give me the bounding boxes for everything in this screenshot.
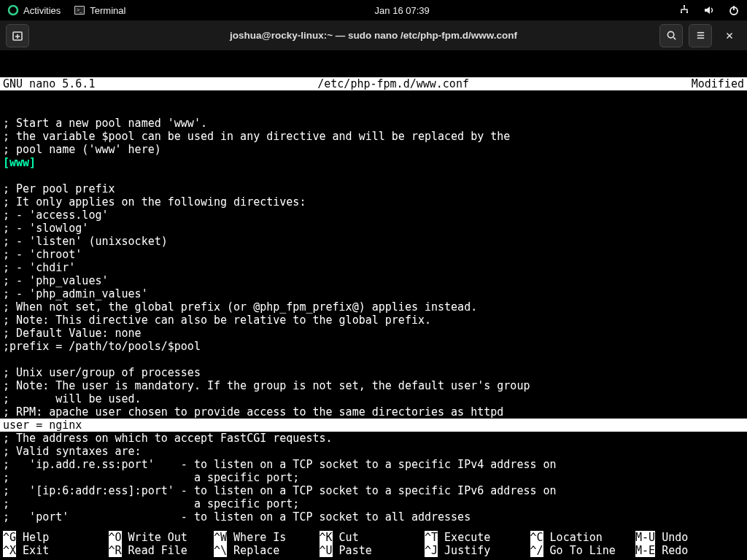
menu-button[interactable] bbox=[689, 24, 712, 47]
volume-icon[interactable] bbox=[703, 4, 715, 16]
ini-section: [www] bbox=[3, 156, 36, 169]
highlight-line: user = nginx bbox=[0, 419, 747, 432]
clock[interactable]: Jan 16 07:39 bbox=[375, 5, 430, 16]
terminal-viewport[interactable]: GNU nano 5.6.1 /etc/php-fpm.d/www.conf M… bbox=[0, 51, 747, 537]
window-titlebar: joshua@rocky-linux:~ — sudo nano /etc/ph… bbox=[0, 20, 747, 51]
config-comment: ; The address on which to accept FastCGI… bbox=[3, 432, 557, 524]
svg-point-12 bbox=[667, 31, 673, 37]
activities-label: Activities bbox=[23, 5, 61, 16]
config-comment: ; Per pool prefix ; It only applies on t… bbox=[3, 182, 530, 419]
nano-status: Modified bbox=[692, 77, 747, 90]
svg-text:>_: >_ bbox=[77, 7, 82, 13]
activities-icon bbox=[7, 4, 19, 16]
network-icon[interactable] bbox=[678, 4, 690, 16]
nano-buffer[interactable]: ; Start a new pool named 'www'. ; the va… bbox=[0, 117, 747, 524]
new-tab-button[interactable] bbox=[6, 24, 29, 47]
window-title: joshua@rocky-linux:~ — sudo nano /etc/ph… bbox=[0, 30, 747, 41]
svg-line-13 bbox=[673, 37, 676, 39]
close-button[interactable] bbox=[718, 24, 741, 47]
power-icon[interactable] bbox=[728, 4, 740, 16]
nano-shortcut-bar: ^G Help ^O Write Out ^W Where Is ^K Cut … bbox=[0, 531, 747, 560]
app-menu[interactable]: >_ Terminal bbox=[74, 4, 125, 16]
nano-filepath: /etc/php-fpm.d/www.conf bbox=[95, 77, 691, 90]
gnome-top-bar: Activities >_ Terminal Jan 16 07:39 bbox=[0, 0, 747, 20]
svg-point-0 bbox=[9, 6, 18, 15]
highlight-line: ; RPM: Keep a group allowed to write in … bbox=[744, 419, 747, 432]
app-menu-label: Terminal bbox=[90, 5, 125, 16]
svg-rect-4 bbox=[684, 5, 685, 7]
search-button[interactable] bbox=[659, 24, 683, 47]
nano-titlebar: GNU nano 5.6.1 /etc/php-fpm.d/www.conf M… bbox=[0, 77, 747, 90]
config-comment: ; Start a new pool named 'www'. ; the va… bbox=[3, 117, 510, 156]
svg-rect-6 bbox=[686, 12, 688, 13]
svg-rect-5 bbox=[681, 12, 682, 13]
nano-version: GNU nano 5.6.1 bbox=[0, 77, 95, 90]
terminal-icon: >_ bbox=[74, 4, 85, 16]
activities-button[interactable]: Activities bbox=[7, 4, 61, 16]
